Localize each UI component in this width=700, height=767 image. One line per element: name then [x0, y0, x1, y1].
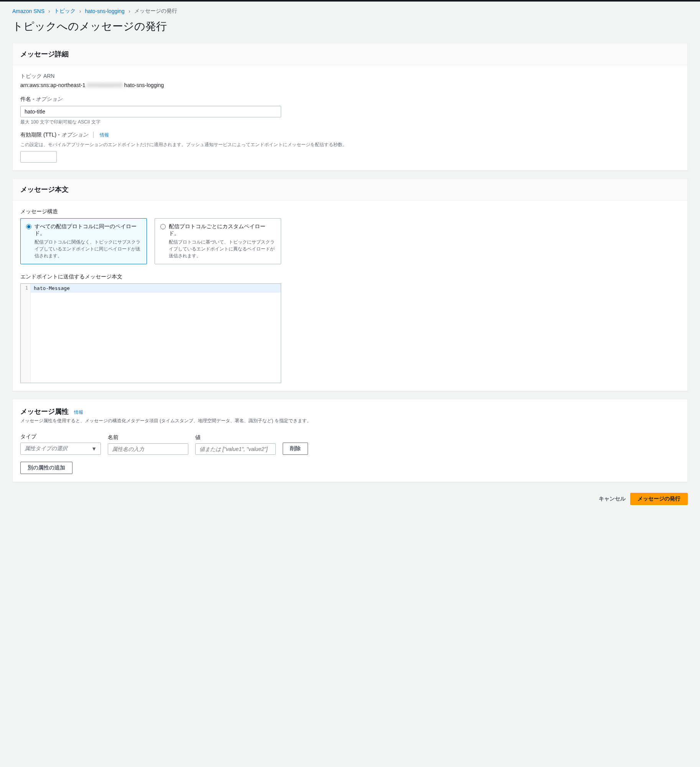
- breadcrumb-current: メッセージの発行: [134, 8, 177, 15]
- radio-icon: [160, 224, 166, 229]
- ttl-label-text: 有効期限 (TTL) -: [20, 132, 61, 138]
- arn-value: arn:aws:sns:ap-northeast-1:000000000000:…: [20, 82, 680, 88]
- attr-type-select[interactable]: 属性タイプの選択 ▼: [20, 443, 101, 455]
- breadcrumb-link-topics[interactable]: トピック: [54, 8, 76, 15]
- panel-body: メッセージ構造 すべての配信プロトコルに同一のペイロード。 配信プロトコルに関係…: [13, 201, 687, 391]
- subject-optional: オプション: [36, 96, 63, 102]
- attr-row: タイプ 属性タイプの選択 ▼ 名前 値 削除: [20, 433, 680, 455]
- radio-title: すべての配信プロトコルに同一のペイロード。: [35, 223, 141, 237]
- message-attributes-panel: メッセージ属性 情報 メッセージ属性を使用すると、メッセージの構造化メタデータ項…: [12, 399, 688, 482]
- breadcrumb-link-sns[interactable]: Amazon SNS: [12, 8, 44, 14]
- name-label: 名前: [108, 434, 188, 441]
- attr-type-col: タイプ 属性タイプの選択 ▼: [20, 433, 101, 455]
- subject-input[interactable]: [20, 106, 281, 117]
- message-body-panel: メッセージ本文 メッセージ構造 すべての配信プロトコルに同一のペイロード。 配信…: [12, 178, 688, 391]
- message-label: エンドポイントに送信するメッセージ本文: [20, 273, 680, 280]
- ttl-optional: オプション: [61, 132, 88, 138]
- radio-content: すべての配信プロトコルに同一のペイロード。 配信プロトコルに関係なく、トピックに…: [35, 223, 141, 259]
- editor-gutter: 1: [21, 284, 31, 383]
- main-container: Amazon SNS › トピック › hato-sns-logging › メ…: [0, 2, 700, 519]
- ttl-input[interactable]: [20, 151, 57, 163]
- chevron-right-icon: ›: [79, 8, 81, 14]
- arn-label: トピック ARN: [20, 73, 680, 80]
- chevron-right-icon: ›: [48, 8, 50, 14]
- attr-name-col: 名前: [108, 434, 188, 455]
- select-placeholder: 属性タイプの選択: [25, 445, 68, 452]
- arn-redacted: :000000000000:: [86, 82, 124, 88]
- line-number: 1: [23, 285, 28, 291]
- message-body-editor[interactable]: 1 hato-Message: [20, 283, 281, 383]
- subject-label-text: 件名 -: [20, 96, 36, 102]
- breadcrumb-link-topic-name[interactable]: hato-sns-logging: [85, 8, 125, 14]
- ttl-desc: この設定は、モバイルアプリケーションのエンドポイントだけに適用されます。プッシュ…: [20, 142, 680, 148]
- structure-label: メッセージ構造: [20, 208, 680, 215]
- publish-button[interactable]: メッセージの発行: [630, 493, 688, 505]
- panel-body: トピック ARN arn:aws:sns:ap-northeast-1:0000…: [13, 65, 687, 170]
- breadcrumb: Amazon SNS › トピック › hato-sns-logging › メ…: [12, 8, 688, 15]
- chevron-right-icon: ›: [128, 8, 130, 14]
- radio-group: すべての配信プロトコルに同一のペイロード。 配信プロトコルに関係なく、トピックに…: [20, 218, 281, 264]
- add-attr-button[interactable]: 別の属性の追加: [20, 462, 72, 474]
- caret-down-icon: ▼: [91, 446, 97, 452]
- separator: [93, 132, 97, 138]
- delete-attr-button[interactable]: 削除: [283, 443, 308, 455]
- attr-value-col: 値: [195, 434, 276, 455]
- ttl-label: 有効期限 (TTL) - オプション 情報: [20, 132, 680, 138]
- attr-name-input[interactable]: [108, 443, 188, 455]
- radio-same-payload[interactable]: すべての配信プロトコルに同一のペイロード。 配信プロトコルに関係なく、トピックに…: [20, 218, 147, 264]
- type-label: タイプ: [20, 433, 101, 440]
- panel-header: メッセージ詳細: [13, 43, 687, 65]
- arn-prefix: arn:aws:sns:ap-northeast-1: [20, 82, 86, 88]
- attr-value-input[interactable]: [195, 443, 276, 455]
- radio-desc: 配信プロトコルに関係なく、トピックにサブスクライブしているエンドポイントに同じペ…: [35, 239, 141, 259]
- details-heading: メッセージ詳細: [20, 49, 680, 59]
- code-line: hato-Message: [31, 284, 281, 293]
- attrs-heading: メッセージ属性: [20, 407, 69, 416]
- attrs-desc: メッセージ属性を使用すると、メッセージの構造化メタデータ項目 (タイムスタンプ、…: [20, 418, 680, 424]
- cancel-button[interactable]: キャンセル: [599, 493, 626, 505]
- radio-content: 配信プロトコルごとにカスタムペイロード。 配信プロトコルに基づいて、トピックにサ…: [169, 223, 275, 259]
- body-heading: メッセージ本文: [20, 185, 680, 194]
- subject-label: 件名 - オプション: [20, 96, 680, 103]
- radio-title: 配信プロトコルごとにカスタムペイロード。: [169, 223, 275, 237]
- attrs-info-link[interactable]: 情報: [74, 409, 83, 416]
- editor-content[interactable]: hato-Message: [31, 284, 281, 383]
- radio-icon: [26, 224, 31, 229]
- radio-custom-payload[interactable]: 配信プロトコルごとにカスタムペイロード。 配信プロトコルに基づいて、トピックにサ…: [155, 218, 281, 264]
- panel-body: メッセージ属性 情報 メッセージ属性を使用すると、メッセージの構造化メタデータ項…: [13, 399, 687, 482]
- value-label: 値: [195, 434, 276, 441]
- panel-header: メッセージ本文: [13, 179, 687, 201]
- attrs-heading-row: メッセージ属性 情報: [20, 407, 680, 416]
- arn-suffix: hato-sns-logging: [124, 82, 164, 88]
- footer-actions: キャンセル メッセージの発行: [12, 490, 688, 513]
- message-details-panel: メッセージ詳細 トピック ARN arn:aws:sns:ap-northeas…: [12, 43, 688, 171]
- subject-hint: 最大 100 文字で印刷可能な ASCII 文字: [20, 119, 680, 125]
- ttl-info-link[interactable]: 情報: [100, 132, 109, 138]
- radio-desc: 配信プロトコルに基づいて、トピックにサブスクライブしているエンドポイントに異なる…: [169, 239, 275, 259]
- page-title: トピックへのメッセージの発行: [12, 19, 688, 34]
